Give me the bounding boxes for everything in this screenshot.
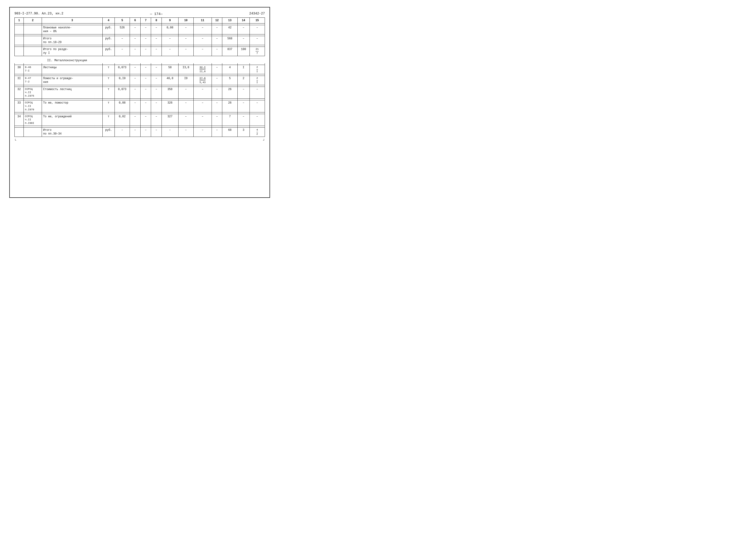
table-cell: – xyxy=(162,47,178,56)
table-cell: – xyxy=(140,100,151,113)
table-cell: – xyxy=(151,127,162,137)
table-cell: – xyxy=(212,47,222,56)
table-cell: – xyxy=(237,100,249,113)
table-cell-fraction: I7,65,43 xyxy=(193,76,212,85)
table-cell: 34 xyxy=(15,114,24,126)
table-cell: 526 xyxy=(115,25,130,34)
table-cell: т xyxy=(102,76,115,85)
table-cell: – xyxy=(151,76,162,85)
table-cell: – xyxy=(178,100,193,113)
table-cell: – xyxy=(130,65,141,74)
table-cell: 9-477-2 xyxy=(24,76,42,85)
table-cell: 358 xyxy=(162,86,178,99)
table-cell: руб. xyxy=(102,47,115,56)
table-cell: – xyxy=(151,114,162,126)
table-cell: – xyxy=(130,76,141,85)
table-cell: – xyxy=(237,114,249,126)
table-cell xyxy=(24,36,42,45)
table-cell: – xyxy=(249,36,265,45)
table-cell: Итогопо пп.18–29 xyxy=(42,36,103,45)
table-cell: – xyxy=(237,86,249,99)
spacer-row xyxy=(15,126,265,127)
table-cell xyxy=(24,47,42,56)
table-cell: – xyxy=(212,76,222,85)
table-cell: 0,08 xyxy=(115,100,130,113)
table-cell: 58 xyxy=(162,65,178,74)
table-cell: I9 xyxy=(178,76,193,85)
table-cell: – xyxy=(115,36,130,45)
table-cell: – xyxy=(130,127,141,137)
table-cell xyxy=(15,25,24,34)
table-row: 3I9-477-2Помосты и огражде-ният0,I0–––46… xyxy=(15,76,265,85)
table-cell: – xyxy=(193,86,212,99)
col-header-10: 10 xyxy=(178,18,193,23)
table-cell: – xyxy=(249,86,265,99)
spacer-row xyxy=(15,74,265,76)
section-header-cell: II. Металлоконструкции xyxy=(15,56,265,63)
table-row: 32ССРСЦч.IIп.I975Стоимость лестницт0,073… xyxy=(15,86,265,99)
col-header-6: 6 xyxy=(130,18,141,23)
table-cell: т xyxy=(102,114,115,126)
table-cell: ССРСЦч.IIп.I98I xyxy=(24,114,42,126)
table-cell: – xyxy=(237,25,249,34)
section-header-row: II. Металлоконструкции xyxy=(15,56,265,63)
table-cell-fraction: 42 xyxy=(249,127,265,137)
table-cell: – xyxy=(212,65,222,74)
table-row: 309-467-IЛестницыт0,073–––58I3,832,III,8… xyxy=(15,65,265,74)
table-cell: Стоимость лестниц xyxy=(42,86,103,99)
table-cell: 5 xyxy=(222,76,237,85)
table-cell: – xyxy=(151,25,162,34)
table-cell: 326 xyxy=(162,100,178,113)
table-cell xyxy=(24,127,42,137)
table-cell: т xyxy=(102,86,115,99)
table-cell: – xyxy=(249,25,265,34)
table-cell: – xyxy=(140,76,151,85)
table-cell: То же, ограждений xyxy=(42,114,103,126)
table-cell: ССРСЦч.IIп.I975 xyxy=(24,86,42,99)
table-cell: – xyxy=(178,36,193,45)
col-header-9: 9 xyxy=(162,18,178,23)
table-cell: – xyxy=(212,114,222,126)
table-row: 34ССРСЦч.IIп.I98IТо же, огражденийт0,02–… xyxy=(15,114,265,126)
col-header-11: 11 xyxy=(193,18,212,23)
table-cell: руб. xyxy=(102,25,115,34)
table-cell: 42 xyxy=(222,25,237,34)
spacer-row xyxy=(15,34,265,36)
table-cell: – xyxy=(193,100,212,113)
table-cell: – xyxy=(193,47,212,56)
spacer-row xyxy=(15,112,265,114)
table-cell: То же, помостор xyxy=(42,100,103,113)
doc-ref: 903-I-277.90. Ал.23, кн.2 xyxy=(15,12,63,16)
table-cell: – xyxy=(212,127,222,137)
corner-bl: └ xyxy=(15,139,16,142)
table-cell: – xyxy=(151,100,162,113)
page-number: — 174— xyxy=(63,12,249,16)
table-cell: – xyxy=(193,114,212,126)
header-row: 1 2 3 4 5 6 7 8 9 10 11 12 13 14 15 xyxy=(15,18,265,23)
table-cell xyxy=(15,47,24,56)
table-cell: 0,I0 xyxy=(115,76,130,85)
table-cell xyxy=(24,25,42,34)
table-cell: – xyxy=(193,25,212,34)
table-cell: 100 xyxy=(237,47,249,56)
table-cell: – xyxy=(130,114,141,126)
table-cell: – xyxy=(212,36,222,45)
table-cell: 9-467-I xyxy=(24,65,42,74)
table-row: Итогопо пп.18–29руб.––––––––568–– xyxy=(15,36,265,45)
table-cell: 837 xyxy=(222,47,237,56)
table-cell: – xyxy=(151,36,162,45)
spacer-row xyxy=(15,23,265,25)
col-header-7: 7 xyxy=(140,18,151,23)
top-meta: 903-I-277.90. Ал.23, кн.2 — 174— 24342-2… xyxy=(15,12,265,16)
table-cell: 26 xyxy=(222,86,237,99)
table-cell: 0,073 xyxy=(115,86,130,99)
table-cell: I3,8 xyxy=(178,65,193,74)
table-cell: – xyxy=(237,36,249,45)
table-cell: – xyxy=(115,47,130,56)
corner-br: ┘ xyxy=(263,139,265,142)
table-cell: – xyxy=(212,25,222,34)
table-cell: – xyxy=(130,100,141,113)
table-cell: – xyxy=(178,86,193,99)
spacer-row xyxy=(15,99,265,100)
table-cell xyxy=(15,127,24,137)
